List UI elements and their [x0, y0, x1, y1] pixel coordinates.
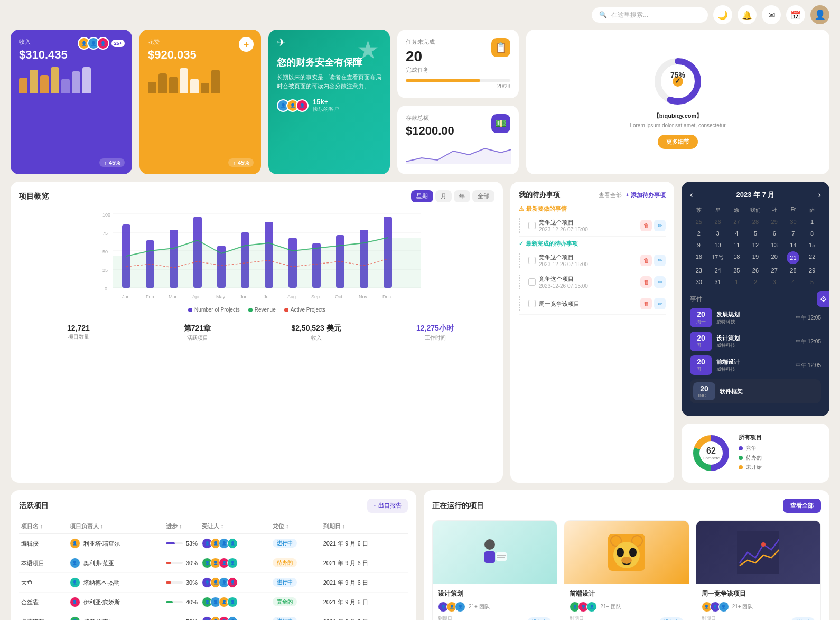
av4-4: 👤 [227, 597, 238, 607]
cal-7[interactable]: 7 [785, 228, 802, 239]
tab-all[interactable]: 全部 [472, 190, 494, 202]
cal-16[interactable]: 16 [690, 251, 708, 264]
cal-23[interactable]: 23 [690, 265, 708, 276]
add-expense-btn[interactable]: + [239, 37, 254, 52]
view-all-btn[interactable]: 查看全部 [783, 499, 821, 513]
cal-21-today[interactable]: 21 [787, 251, 799, 264]
row5-status: 进行中 [270, 612, 321, 621]
drag-handle-1[interactable] [519, 218, 525, 233]
tab-week[interactable]: 星期 [411, 190, 433, 202]
tab-month[interactable]: 月 [435, 190, 452, 202]
cal-6[interactable]: 6 [766, 228, 783, 239]
todo-edit-1[interactable]: ✏ [654, 220, 666, 231]
cal-1[interactable]: 1 [803, 217, 821, 227]
settings-gear-btn[interactable]: ⚙ [817, 291, 829, 307]
cal-13[interactable]: 13 [766, 240, 783, 250]
cal-5[interactable]: 5 [746, 228, 764, 239]
ebar-7 [211, 70, 220, 93]
todo-add[interactable]: + 添加待办事项 [626, 191, 666, 199]
cal-28[interactable]: 28 [785, 265, 802, 276]
cal-9[interactable]: 9 [690, 240, 708, 250]
drag-handle-2[interactable] [519, 253, 525, 268]
cal-3-next[interactable]: 3 [766, 277, 783, 287]
todo-delete-1[interactable]: 🗑 [640, 220, 652, 231]
cal-event-day-4: 20 [696, 384, 712, 393]
project-thumb-3 [696, 521, 820, 584]
cal-11[interactable]: 11 [727, 240, 745, 250]
cal-18[interactable]: 18 [727, 251, 745, 264]
drag-handle-3[interactable] [519, 275, 525, 289]
cal-22[interactable]: 22 [803, 251, 821, 264]
todo-edit-4[interactable]: ✏ [654, 298, 666, 309]
todo-edit-3[interactable]: ✏ [654, 276, 666, 288]
cal-12[interactable]: 12 [746, 240, 764, 250]
bell-icon: 🔔 [742, 10, 752, 20]
cal-2[interactable]: 2 [690, 228, 708, 239]
cal-1-next[interactable]: 1 [727, 277, 745, 287]
cal-24[interactable]: 24 [709, 265, 727, 276]
export-btn[interactable]: ↑ 出口报告 [367, 499, 408, 513]
cal-4[interactable]: 4 [727, 228, 745, 239]
todo-text-2: 竞争这个项目 [539, 253, 637, 261]
cal-29[interactable]: 29 [803, 265, 821, 276]
todo-text-col-1: 竞争这个项目 2023-12-26 07:15:00 [539, 219, 637, 232]
svg-point-52 [629, 548, 637, 557]
cal-29-prev[interactable]: 29 [766, 217, 783, 227]
row3-status: 进行中 [270, 573, 321, 593]
cal-26[interactable]: 26 [746, 265, 764, 276]
cal-31[interactable]: 31 [709, 277, 727, 287]
cal-30-prev[interactable]: 30 [785, 217, 802, 227]
calendar-prev-btn[interactable]: ‹ [690, 190, 693, 200]
svg-text:Mar: Mar [169, 294, 177, 299]
calendar-btn[interactable]: 📅 [786, 5, 805, 24]
col-due[interactable]: 到期日 ↕ [321, 519, 408, 534]
drag-handle-4[interactable] [519, 296, 525, 311]
cal-19[interactable]: 19 [746, 251, 764, 264]
cal-2-next[interactable]: 2 [746, 277, 764, 287]
col-manager[interactable]: 项目负责人 ↕ [68, 519, 164, 534]
cal-28-prev[interactable]: 28 [746, 217, 764, 227]
col-name[interactable]: 项目名 ↑ [19, 519, 68, 534]
cal-27-prev[interactable]: 27 [727, 217, 745, 227]
todo-checkbox-3[interactable] [528, 278, 536, 286]
col-assignees[interactable]: 受让人 ↕ [200, 519, 270, 534]
cal-3[interactable]: 3 [709, 228, 727, 239]
todo-delete-4[interactable]: 🗑 [640, 298, 652, 309]
legend-compete: 竞争 [739, 445, 762, 452]
cal-4-next[interactable]: 4 [785, 277, 802, 287]
calendar-next-btn[interactable]: › [818, 190, 821, 200]
user-avatar[interactable]: 👤 [810, 5, 829, 24]
cal-30[interactable]: 30 [690, 277, 708, 287]
todo-checkbox-1[interactable] [528, 222, 536, 229]
cal-15[interactable]: 15 [803, 240, 821, 250]
cal-8[interactable]: 8 [803, 228, 821, 239]
todo-delete-3[interactable]: 🗑 [640, 276, 652, 288]
search-box[interactable]: 🔍 在这里搜索... [592, 7, 708, 23]
cal-20[interactable]: 20 [766, 251, 783, 264]
cal-26-prev[interactable]: 26 [709, 217, 727, 227]
status-badge-2: 待办的 [273, 558, 297, 567]
col-status[interactable]: 龙位 ↕ [270, 519, 321, 534]
legend-label-projects: Number of Projects [194, 307, 240, 313]
cal-5-next[interactable]: 5 [803, 277, 821, 287]
todo-delete-2[interactable]: 🗑 [640, 255, 652, 266]
theme-toggle[interactable]: 🌙 [713, 5, 732, 24]
tab-year[interactable]: 年 [454, 190, 470, 202]
security-more-btn[interactable]: 更多细节 [658, 135, 698, 149]
col-progress[interactable]: 进步 ↕ [164, 519, 200, 534]
todo-edit-2[interactable]: ✏ [654, 255, 666, 266]
cal-27[interactable]: 27 [766, 265, 783, 276]
notifications-btn[interactable]: 🔔 [738, 5, 757, 24]
todo-checkbox-2[interactable] [528, 257, 536, 264]
todo-view-all[interactable]: 查看全部 [599, 191, 622, 199]
cal-17[interactable]: 17号 [709, 251, 727, 264]
todo-checkbox-4[interactable] [528, 300, 536, 307]
tasks-savings-col: 任务未完成 20 📋 完成任务 20/28 存款总额 $1200.00 [397, 30, 519, 174]
cal-14[interactable]: 14 [785, 240, 802, 250]
table-row: 卡萨诺瓦 👤 威廉·里查尔 [19, 612, 408, 621]
mail-btn[interactable]: ✉ [762, 5, 781, 24]
cal-25[interactable]: 25 [727, 265, 745, 276]
cal-10[interactable]: 10 [709, 240, 727, 250]
cal-25-prev[interactable]: 25 [690, 217, 708, 227]
stat-cards-row: 收入 $310.435 👤 👤 👤 25+ ↑ 45% [11, 30, 829, 174]
